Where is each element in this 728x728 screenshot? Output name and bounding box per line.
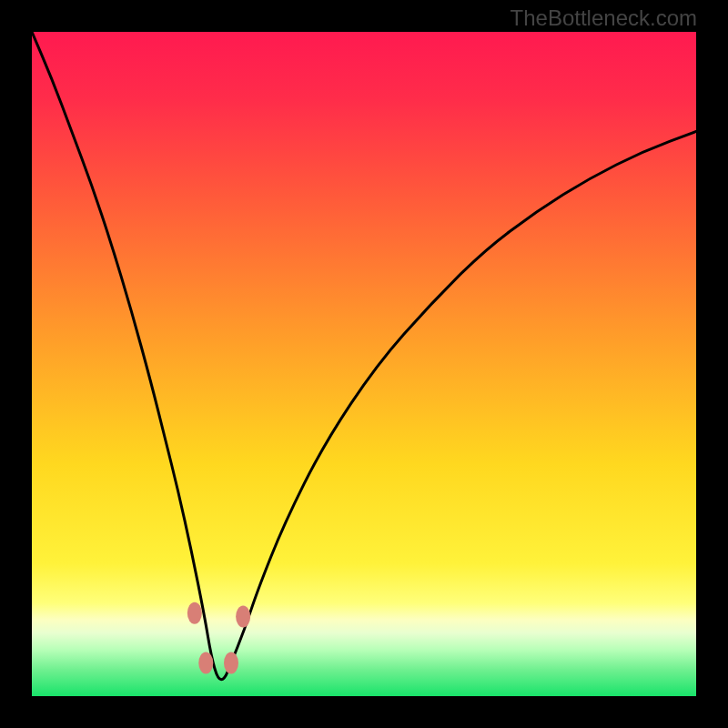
curve-layer: [32, 32, 696, 696]
right-upper-dot: [236, 605, 250, 627]
plot-area: [32, 32, 696, 696]
bottleneck-curve: [32, 32, 696, 680]
right-lower-dot: [224, 652, 238, 674]
left-lower-dot: [198, 652, 213, 674]
left-upper-dot: [187, 602, 202, 624]
chart-frame: TheBottleneck.com: [0, 0, 728, 728]
watermark-text: TheBottleneck.com: [511, 5, 697, 31]
